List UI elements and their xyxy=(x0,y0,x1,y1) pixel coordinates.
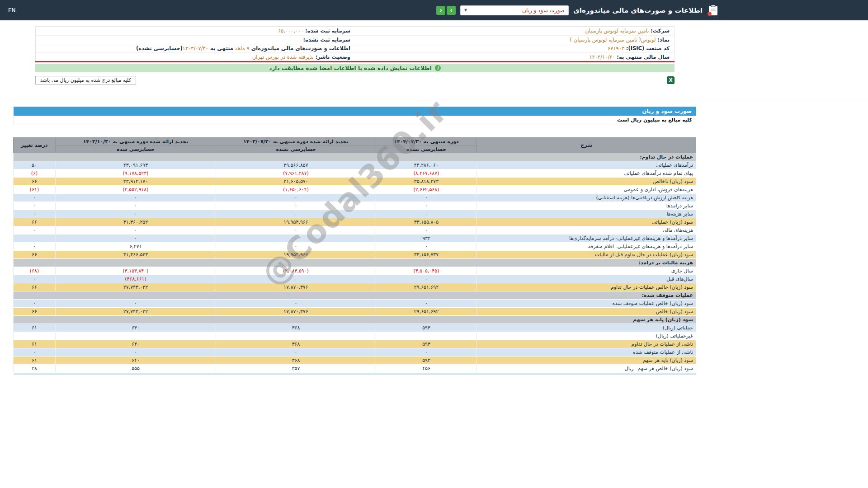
table-row: سال جاری(۳,۵۰۵,۰۴۵)(۲,۰۸۴,۵۹۰)(۳,۱۵۴,۸۴۰… xyxy=(14,267,696,275)
section-label: سود (زیان) پایه هر سهم xyxy=(14,316,696,324)
statement-table-header: شرح دوره منتهی به ۱۴۰۴/۰۷/۳۰ تجدید ارائه… xyxy=(14,138,696,153)
value-current-period: ۰ xyxy=(376,210,477,218)
table-row-partial xyxy=(14,373,696,375)
value-restated-prior-period: ۰ xyxy=(216,300,376,308)
value-current-period: ۰ xyxy=(376,300,477,308)
value-current-period: ۳۳,۱۵۶,۷۳۷ xyxy=(376,251,477,259)
value-restated-year-end xyxy=(56,332,216,340)
section-row: سود (زیان) پایه هر سهم xyxy=(14,316,696,324)
excel-export-icon[interactable]: X xyxy=(667,76,675,84)
statement-unit-note: کلیه مبالغ به میلیون ریال است xyxy=(14,116,696,124)
next-statement-button[interactable]: › xyxy=(447,6,456,15)
value-percent-change: ۰ xyxy=(14,348,56,357)
value-restated-prior-period: ۳۵۷ xyxy=(216,365,376,373)
col-header-current-period: دوره منتهی به ۱۴۰۴/۰۷/۳۰ xyxy=(376,138,477,145)
company-info-row: شرکت: تامین سرمایه لوتوس پارسیان سرمایه … xyxy=(36,27,674,35)
prev-statement-button[interactable]: ‹ xyxy=(436,6,445,15)
period-text: منتهی به xyxy=(208,45,235,52)
value-restated-year-end: (۴۶۸,۶۶۱) xyxy=(56,275,216,283)
row-label: غیرعملیاتی (ریال) xyxy=(477,332,696,340)
value-current-period: ۰ xyxy=(376,243,477,251)
table-row: سود (زیان) پایه هر سهم۵۹۳۳۶۸۶۴۰۶۱ xyxy=(14,357,696,365)
value-restated-year-end: ۴۳,۰۹۱,۶۹۳ xyxy=(56,161,216,169)
value-restated-year-end: ۰ xyxy=(56,348,216,357)
report-period-cell: اطلاعات و صورت‌های مالی میاندوره‌ای ۹ ما… xyxy=(36,44,355,52)
company-info-table: شرکت: تامین سرمایه لوتوس پارسیان سرمایه … xyxy=(35,26,675,61)
value-restated-prior-period: ۰ xyxy=(216,348,376,357)
table-row: سود (زیان) عملیات در حال تداوم قبل از ما… xyxy=(14,251,696,259)
info-value: ۰ xyxy=(299,37,302,43)
table-row: سود (زیان) عملیاتی۳۳,۱۵۵,۸۰۵۱۹,۹۵۴,۹۶۶۳۱… xyxy=(14,218,696,226)
row-label: بهای تمام شده درآمدهای عملیاتی xyxy=(477,169,696,178)
statement-type-dropdown[interactable]: صورت سود و زیان ▼ xyxy=(460,5,569,15)
row-label: درآمدهای عملیاتی xyxy=(477,161,696,169)
value-current-period: (۳,۵۰۵,۰۴۵) xyxy=(376,267,477,275)
value-percent-change: ۶۱ xyxy=(14,324,56,332)
language-toggle-en[interactable]: EN xyxy=(8,7,16,14)
value-current-period: ۲۹,۶۵۱,۶۹۲ xyxy=(376,308,477,316)
value-current-period: ۵۹۳ xyxy=(376,340,477,348)
value-current-period: ۰ xyxy=(376,226,477,235)
value-restated-year-end: ۰ xyxy=(56,194,216,202)
info-label: سرمایه ثبت نشده: xyxy=(303,37,350,43)
row-label: سال‌های قبل xyxy=(477,275,696,283)
value-percent-change: ۶۱ xyxy=(14,357,56,365)
value-restated-prior-period: ۰ xyxy=(216,275,376,283)
issuer-status-cell: وضعیت ناشر: پذیرفته شده در بورس تهران xyxy=(36,53,355,61)
value-restated-year-end: ۶۴۰ xyxy=(56,340,216,348)
statement-type-selected-value: صورت سود و زیان xyxy=(522,7,565,14)
table-row: سایر درآمدها۰۰۰۰ xyxy=(14,202,696,210)
value-percent-change: (۶۱) xyxy=(14,186,56,194)
value-percent-change: ۶۶ xyxy=(14,218,56,226)
row-label: سایر درآمدها و هزینه‌های غیرعملیاتی- اقل… xyxy=(477,243,696,251)
info-label: وضعیت ناشر: xyxy=(316,54,350,60)
value-restated-year-end: ۰ xyxy=(56,235,216,243)
table-row: ناشی از عملیات در حال تداوم۵۹۳۳۶۸۶۴۰۶۱ xyxy=(14,340,696,348)
top-navigation-bar: اطلاعات و صورت‌های مالی میاندوره‌ای صورت… xyxy=(0,0,868,20)
table-row: سود (زیان) خالص عملیات در حال تداوم۲۹,۶۵… xyxy=(14,283,696,291)
signature-match-text: اطلاعات نمایش داده شده با اطلاعات امضا ش… xyxy=(269,65,432,71)
value-restated-prior-period: ۳۶۸ xyxy=(216,340,376,348)
value-current-period: (۲,۶۶۲,۵۶۸) xyxy=(376,186,477,194)
chevron-down-icon: ▼ xyxy=(464,8,467,12)
statement-table-body: عملیات در حال تداوم:درآمدهای عملیاتی۴۴,۲… xyxy=(14,153,696,373)
table-row: هزینه‌های فروش، اداری و عمومی(۲,۶۶۲,۵۶۸)… xyxy=(14,186,696,194)
section-divider xyxy=(0,100,868,100)
info-value: تامین سرمایه لوتوس پارسیان xyxy=(585,28,649,34)
table-row: غیرعملیاتی (ریال) xyxy=(14,332,696,340)
table-row: سود (زیان) خالص عملیات متوقف شده۰۰۰۰ xyxy=(14,300,696,308)
value-restated-year-end: ۳۱,۳۶۰,۲۵۲ xyxy=(56,218,216,226)
row-label: هزینه کاهش ارزش دریافتنی‌ها (هزینه استثن… xyxy=(477,194,696,202)
value-current-period: ۳۵,۸۱۸,۳۷۳ xyxy=(376,178,477,186)
value-percent-change: ۰ xyxy=(14,194,56,202)
row-label: سود (زیان) عملیاتی xyxy=(477,218,696,226)
row-label: سال جاری xyxy=(477,267,696,275)
table-row: سال‌های قبل۰۰(۴۶۸,۶۶۱)۰ xyxy=(14,275,696,283)
company-info-section: شرکت: تامین سرمایه لوتوس پارسیان سرمایه … xyxy=(14,20,696,84)
company-info-row: کد صنعت (ISIC): ۶۷۱۹۰۳ اطلاعات و صورت‌ها… xyxy=(36,44,674,52)
value-current-period: ۰ xyxy=(376,202,477,210)
value-restated-year-end: ۶۴۰ xyxy=(56,324,216,332)
value-percent-change: (۶۸) xyxy=(14,267,56,275)
info-label: سال مالی منتهی به: xyxy=(617,54,670,60)
section-label: هزینه مالیات بر درآمد: xyxy=(14,259,696,267)
value-restated-prior-period: ۰ xyxy=(216,194,376,202)
registered-capital-cell: سرمایه ثبت شده: ۶۵,۰۰۰,۰۰۰ xyxy=(36,27,355,35)
row-label: سود (زیان) خالص xyxy=(477,308,696,316)
value-current-period: ۳۳,۱۵۵,۸۰۵ xyxy=(376,218,477,226)
isic-code-cell: کد صنعت (ISIC): ۶۷۱۹۰۳ xyxy=(355,44,674,52)
value-restated-prior-period: ۰ xyxy=(216,226,376,235)
col-subheader-audit-status: حسابرسی نشده xyxy=(216,145,376,153)
value-restated-prior-period: ۱۹,۹۵۴,۹۶۶ xyxy=(216,218,376,226)
row-label: سایر درآمدها و هزینه‌های غیرعملیاتی- درآ… xyxy=(477,235,696,243)
value-restated-prior-period: ۳۶۸ xyxy=(216,357,376,365)
value-percent-change: ۰ xyxy=(14,275,56,283)
table-row: سایر هزینه‌ها۰۰۰۰ xyxy=(14,210,696,218)
info-value: ۶۷۱۹۰۳ xyxy=(608,45,624,52)
table-row: عملیاتی (ریال)۵۹۳۳۶۸۶۴۰۶۱ xyxy=(14,324,696,332)
info-label: شرکت: xyxy=(651,28,670,34)
table-row: سود (زیان) خالص۲۹,۶۵۱,۶۹۲۱۷,۸۷۰,۳۷۶۲۷,۷۴… xyxy=(14,308,696,316)
statement-nav-buttons: › ‹ xyxy=(436,6,456,15)
value-restated-prior-period: ۲۹,۵۶۶,۸۵۷ xyxy=(216,161,376,169)
value-percent-change: ۶۶ xyxy=(14,251,56,259)
